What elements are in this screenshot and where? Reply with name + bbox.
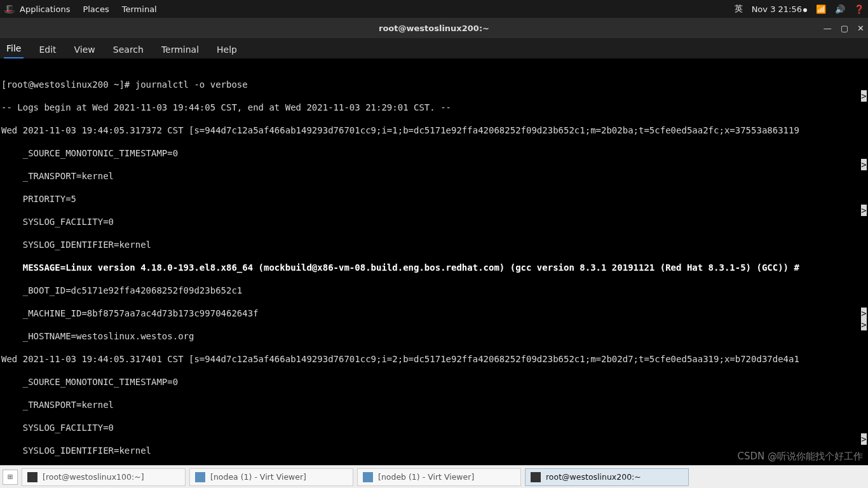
menu-terminal[interactable]: Terminal [159,41,201,58]
clock[interactable]: Nov 3 21:56 [752,4,807,14]
titlebar[interactable]: root@westoslinux200:~ — ▢ ✕ [0,18,868,38]
close-button[interactable]: ✕ [857,24,864,33]
ime-indicator[interactable]: 英 [735,3,743,15]
taskbar-item-3[interactable]: [nodeb (1) - Virt Viewer] [357,468,521,486]
redhat-icon: 🎩 [4,4,15,14]
taskbar-item-4[interactable]: root@westoslinux200:~ [525,468,689,486]
terminal-icon [27,472,37,482]
wifi-icon[interactable]: 📶 [816,4,826,14]
window-title: root@westoslinux200:~ [379,24,489,33]
menu-terminal[interactable]: Terminal [122,4,157,14]
menubar: File Edit View Search Terminal Help [0,38,868,58]
virt-viewer-icon [195,472,205,482]
volume-icon[interactable]: 🔊 [835,4,845,14]
terminal-output[interactable]: [root@westoslinux200 ~]# journalctl -o v… [0,58,868,465]
menu-file[interactable]: File [4,39,24,58]
terminal-icon [531,472,541,482]
workspace-switcher[interactable]: ⊞ [3,470,18,485]
menu-edit[interactable]: Edit [36,41,58,58]
menu-search[interactable]: Search [111,41,146,58]
maximize-button[interactable]: ▢ [841,24,848,33]
menu-help[interactable]: Help [214,41,240,58]
bottom-taskbar: ⊞ [root@westoslinux100:~] [nodea (1) - V… [0,465,868,488]
minimize-button[interactable]: — [824,24,832,33]
menu-view[interactable]: View [72,41,98,58]
taskbar-item-2[interactable]: [nodea (1) - Virt Viewer] [189,468,353,486]
menu-applications[interactable]: Applications [20,4,70,14]
terminal-window: root@westoslinux200:~ — ▢ ✕ File Edit Vi… [0,18,868,465]
top-panel: 🎩 Applications Places Terminal 英 Nov 3 2… [0,0,868,18]
virt-viewer-icon [363,472,373,482]
menu-places[interactable]: Places [83,4,109,14]
taskbar-item-1[interactable]: [root@westoslinux100:~] [22,468,186,486]
help-icon[interactable]: ❓ [854,4,864,14]
